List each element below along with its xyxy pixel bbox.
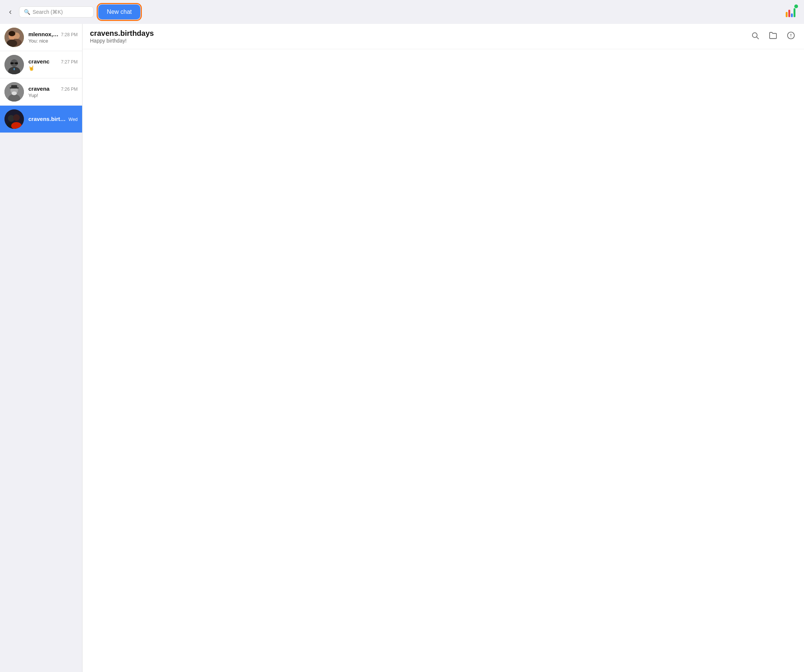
svg-point-5: [8, 31, 15, 36]
chat-item-cravens-birthdays[interactable]: cravens.birthdays Wed: [0, 106, 82, 133]
chat-info: cravenc 7:27 PM 🤘: [28, 58, 78, 71]
avatar: [5, 82, 24, 101]
search-icon: 🔍: [24, 9, 30, 15]
chat-time: 7:26 PM: [61, 87, 78, 92]
chat-item-mlennox-suzyq[interactable]: mlennox, suzyq 7:28 PM You: nice: [0, 24, 82, 51]
folder-button[interactable]: [767, 30, 779, 43]
avatar: [5, 28, 24, 47]
search-placeholder: Search (⌘K): [33, 9, 63, 15]
chat-info: mlennox, suzyq 7:28 PM You: nice: [28, 31, 78, 44]
chat-preview: 🤘: [28, 65, 78, 71]
chat-name: cravena: [28, 85, 50, 92]
chat-preview: You: nice: [28, 38, 78, 44]
svg-point-16: [11, 92, 17, 95]
chat-name: cravenc: [28, 58, 50, 65]
chat-time: 7:27 PM: [61, 59, 78, 65]
chat-body: [82, 49, 804, 672]
svg-line-25: [757, 37, 758, 39]
chat-info: cravens.birthdays Wed: [28, 116, 78, 123]
chat-name: cravens.birthdays: [28, 116, 67, 122]
main-content: mlennox, suzyq 7:28 PM You: nice: [0, 24, 804, 672]
chat-time: Wed: [69, 117, 78, 122]
avatar: [5, 110, 24, 129]
chat-panel-header: cravens.birthdays Happy birthday!: [82, 24, 804, 49]
info-button[interactable]: [785, 30, 797, 43]
avatar: [5, 55, 24, 74]
online-dot: [794, 5, 798, 8]
chat-item-cravenc[interactable]: cravenc 7:27 PM 🤘: [0, 51, 82, 78]
sidebar: mlennox, suzyq 7:28 PM You: nice: [0, 24, 82, 672]
back-button[interactable]: ‹: [6, 6, 15, 18]
chat-info: cravena 7:26 PM Yup!: [28, 85, 78, 98]
chat-panel: cravens.birthdays Happy birthday!: [82, 24, 804, 672]
chat-item-cravena[interactable]: cravena 7:26 PM Yup!: [0, 78, 82, 106]
app-icon: [783, 5, 798, 20]
svg-rect-18: [11, 85, 17, 88]
chat-time: 7:28 PM: [61, 32, 78, 38]
new-chat-button[interactable]: New chat: [98, 5, 141, 20]
chat-name: mlennox, suzyq: [28, 31, 59, 38]
chat-panel-name: cravens.birthdays: [90, 29, 746, 38]
svg-rect-9: [10, 62, 13, 64]
chat-panel-subtitle: Happy birthday!: [90, 38, 746, 44]
svg-point-22: [13, 114, 20, 121]
search-box[interactable]: 🔍 Search (⌘K): [19, 7, 94, 18]
header-actions: [750, 30, 797, 43]
svg-rect-10: [15, 62, 18, 64]
chat-preview: Yup!: [28, 93, 78, 98]
top-bar: ‹ 🔍 Search (⌘K) New chat: [0, 0, 804, 24]
chat-panel-title: cravens.birthdays Happy birthday!: [90, 29, 746, 44]
svg-point-4: [7, 39, 17, 47]
search-button[interactable]: [750, 30, 761, 43]
